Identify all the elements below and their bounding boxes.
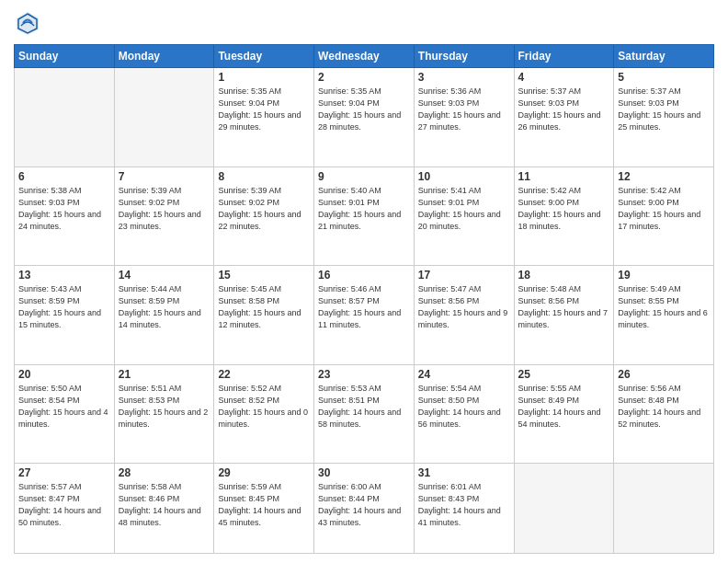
- calendar-cell: 27Sunrise: 5:57 AM Sunset: 8:47 PM Dayli…: [15, 464, 115, 554]
- col-tuesday: Tuesday: [214, 45, 314, 68]
- calendar-cell: 23Sunrise: 5:53 AM Sunset: 8:51 PM Dayli…: [314, 364, 415, 464]
- calendar-cell: 26Sunrise: 5:56 AM Sunset: 8:48 PM Dayli…: [614, 364, 714, 464]
- day-info: Sunrise: 5:59 AM Sunset: 8:45 PM Dayligh…: [218, 481, 310, 529]
- day-number: 5: [618, 71, 710, 84]
- day-number: 23: [318, 368, 410, 381]
- day-number: 16: [318, 269, 410, 282]
- calendar-header-row: Sunday Monday Tuesday Wednesday Thursday…: [15, 45, 714, 68]
- day-info: Sunrise: 5:46 AM Sunset: 8:57 PM Dayligh…: [318, 283, 410, 331]
- calendar-cell: 3Sunrise: 5:36 AM Sunset: 9:03 PM Daylig…: [414, 68, 514, 167]
- calendar-cell: [614, 464, 714, 554]
- day-info: Sunrise: 5:50 AM Sunset: 8:54 PM Dayligh…: [18, 383, 110, 431]
- svg-marker-0: [17, 12, 39, 35]
- day-info: Sunrise: 5:36 AM Sunset: 9:03 PM Dayligh…: [418, 86, 510, 133]
- day-number: 17: [418, 269, 510, 282]
- day-info: Sunrise: 5:57 AM Sunset: 8:47 PM Dayligh…: [18, 481, 110, 529]
- day-number: 9: [318, 170, 410, 183]
- calendar-cell: 8Sunrise: 5:39 AM Sunset: 9:02 PM Daylig…: [214, 167, 314, 266]
- day-info: Sunrise: 5:35 AM Sunset: 9:04 PM Dayligh…: [218, 86, 310, 133]
- day-info: Sunrise: 5:42 AM Sunset: 9:00 PM Dayligh…: [618, 185, 710, 233]
- day-number: 21: [119, 368, 210, 381]
- day-info: Sunrise: 5:49 AM Sunset: 8:55 PM Dayligh…: [618, 283, 710, 331]
- day-number: 31: [418, 466, 510, 479]
- calendar-cell: 1Sunrise: 5:35 AM Sunset: 9:04 PM Daylig…: [214, 68, 314, 167]
- calendar-cell: 14Sunrise: 5:44 AM Sunset: 8:59 PM Dayli…: [114, 266, 214, 365]
- day-number: 2: [318, 71, 410, 84]
- header: [14, 9, 714, 37]
- day-info: Sunrise: 5:48 AM Sunset: 8:56 PM Dayligh…: [518, 283, 610, 331]
- day-info: Sunrise: 5:43 AM Sunset: 8:59 PM Dayligh…: [18, 283, 110, 331]
- day-number: 28: [119, 466, 210, 479]
- calendar-cell: 10Sunrise: 5:41 AM Sunset: 9:01 PM Dayli…: [414, 167, 514, 266]
- calendar-cell: 2Sunrise: 5:35 AM Sunset: 9:04 PM Daylig…: [314, 68, 415, 167]
- day-number: 22: [218, 368, 310, 381]
- day-info: Sunrise: 5:37 AM Sunset: 9:03 PM Dayligh…: [518, 86, 610, 133]
- calendar-cell: 12Sunrise: 5:42 AM Sunset: 9:00 PM Dayli…: [614, 167, 714, 266]
- calendar-cell: 13Sunrise: 5:43 AM Sunset: 8:59 PM Dayli…: [15, 266, 115, 365]
- calendar-cell: 9Sunrise: 5:40 AM Sunset: 9:01 PM Daylig…: [314, 167, 415, 266]
- day-info: Sunrise: 5:53 AM Sunset: 8:51 PM Dayligh…: [318, 383, 410, 431]
- day-info: Sunrise: 5:58 AM Sunset: 8:46 PM Dayligh…: [119, 481, 210, 529]
- calendar-cell: 20Sunrise: 5:50 AM Sunset: 8:54 PM Dayli…: [15, 364, 115, 464]
- col-monday: Monday: [114, 45, 214, 68]
- calendar-week-row: 1Sunrise: 5:35 AM Sunset: 9:04 PM Daylig…: [15, 68, 714, 167]
- day-info: Sunrise: 5:40 AM Sunset: 9:01 PM Dayligh…: [318, 185, 410, 233]
- day-info: Sunrise: 5:56 AM Sunset: 8:48 PM Dayligh…: [618, 383, 710, 431]
- day-info: Sunrise: 5:44 AM Sunset: 8:59 PM Dayligh…: [119, 283, 210, 331]
- day-info: Sunrise: 5:37 AM Sunset: 9:03 PM Dayligh…: [618, 86, 710, 133]
- calendar-cell: 16Sunrise: 5:46 AM Sunset: 8:57 PM Dayli…: [314, 266, 415, 365]
- calendar-week-row: 27Sunrise: 5:57 AM Sunset: 8:47 PM Dayli…: [15, 464, 714, 554]
- calendar-cell: 24Sunrise: 5:54 AM Sunset: 8:50 PM Dayli…: [414, 364, 514, 464]
- day-info: Sunrise: 6:00 AM Sunset: 8:44 PM Dayligh…: [318, 481, 410, 529]
- day-number: 3: [418, 71, 510, 84]
- day-number: 29: [218, 466, 310, 479]
- calendar-cell: 29Sunrise: 5:59 AM Sunset: 8:45 PM Dayli…: [214, 464, 314, 554]
- calendar-cell: 6Sunrise: 5:38 AM Sunset: 9:03 PM Daylig…: [15, 167, 115, 266]
- calendar-cell: 30Sunrise: 6:00 AM Sunset: 8:44 PM Dayli…: [314, 464, 415, 554]
- day-info: Sunrise: 5:54 AM Sunset: 8:50 PM Dayligh…: [418, 383, 510, 431]
- calendar-cell: 18Sunrise: 5:48 AM Sunset: 8:56 PM Dayli…: [514, 266, 614, 365]
- day-number: 25: [518, 368, 610, 381]
- calendar-cell: 25Sunrise: 5:55 AM Sunset: 8:49 PM Dayli…: [514, 364, 614, 464]
- day-number: 1: [218, 71, 310, 84]
- day-number: 4: [518, 71, 610, 84]
- day-info: Sunrise: 5:51 AM Sunset: 8:53 PM Dayligh…: [119, 383, 210, 431]
- day-number: 12: [618, 170, 710, 183]
- day-number: 14: [119, 269, 210, 282]
- calendar-cell: 31Sunrise: 6:01 AM Sunset: 8:43 PM Dayli…: [414, 464, 514, 554]
- day-number: 30: [318, 466, 410, 479]
- calendar-cell: 21Sunrise: 5:51 AM Sunset: 8:53 PM Dayli…: [114, 364, 214, 464]
- logo-icon: [14, 9, 41, 37]
- day-number: 6: [18, 170, 110, 183]
- day-info: Sunrise: 5:52 AM Sunset: 8:52 PM Dayligh…: [218, 383, 310, 431]
- day-info: Sunrise: 5:39 AM Sunset: 9:02 PM Dayligh…: [218, 185, 310, 233]
- calendar-week-row: 20Sunrise: 5:50 AM Sunset: 8:54 PM Dayli…: [15, 364, 714, 464]
- day-number: 10: [418, 170, 510, 183]
- calendar-cell: 15Sunrise: 5:45 AM Sunset: 8:58 PM Dayli…: [214, 266, 314, 365]
- day-info: Sunrise: 5:38 AM Sunset: 9:03 PM Dayligh…: [18, 185, 110, 233]
- day-number: 20: [18, 368, 110, 381]
- col-saturday: Saturday: [614, 45, 714, 68]
- day-info: Sunrise: 5:42 AM Sunset: 9:00 PM Dayligh…: [518, 185, 610, 233]
- calendar-cell: 5Sunrise: 5:37 AM Sunset: 9:03 PM Daylig…: [614, 68, 714, 167]
- day-number: 27: [18, 466, 110, 479]
- day-info: Sunrise: 5:47 AM Sunset: 8:56 PM Dayligh…: [418, 283, 510, 331]
- calendar-cell: 11Sunrise: 5:42 AM Sunset: 9:00 PM Dayli…: [514, 167, 614, 266]
- calendar-cell: 19Sunrise: 5:49 AM Sunset: 8:55 PM Dayli…: [614, 266, 714, 365]
- calendar-cell: [514, 464, 614, 554]
- calendar-cell: [15, 68, 115, 167]
- day-number: 26: [618, 368, 710, 381]
- col-sunday: Sunday: [15, 45, 115, 68]
- calendar-cell: 28Sunrise: 5:58 AM Sunset: 8:46 PM Dayli…: [114, 464, 214, 554]
- calendar-week-row: 6Sunrise: 5:38 AM Sunset: 9:03 PM Daylig…: [15, 167, 714, 266]
- day-number: 24: [418, 368, 510, 381]
- calendar-page: Sunday Monday Tuesday Wednesday Thursday…: [0, 0, 728, 563]
- day-number: 11: [518, 170, 610, 183]
- calendar-cell: 17Sunrise: 5:47 AM Sunset: 8:56 PM Dayli…: [414, 266, 514, 365]
- calendar-cell: 7Sunrise: 5:39 AM Sunset: 9:02 PM Daylig…: [114, 167, 214, 266]
- day-info: Sunrise: 5:55 AM Sunset: 8:49 PM Dayligh…: [518, 383, 610, 431]
- day-info: Sunrise: 5:41 AM Sunset: 9:01 PM Dayligh…: [418, 185, 510, 233]
- col-wednesday: Wednesday: [314, 45, 415, 68]
- day-info: Sunrise: 5:45 AM Sunset: 8:58 PM Dayligh…: [218, 283, 310, 331]
- col-friday: Friday: [514, 45, 614, 68]
